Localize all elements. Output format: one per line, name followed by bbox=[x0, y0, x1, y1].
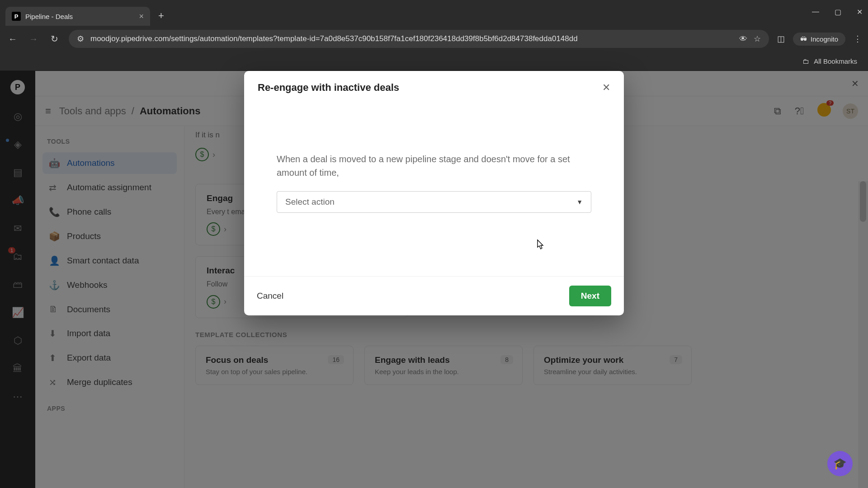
close-window-icon[interactable]: ✕ bbox=[857, 8, 863, 16]
modal-close-icon[interactable]: ✕ bbox=[602, 82, 610, 94]
browser-menu-icon[interactable]: ⋮ bbox=[854, 34, 862, 44]
minimize-icon[interactable]: — bbox=[812, 8, 819, 16]
modal-title: Re-engage with inactive deals bbox=[258, 82, 602, 94]
modal-footer: Cancel Next bbox=[244, 276, 624, 315]
tab-favicon: P bbox=[12, 12, 21, 21]
cancel-button[interactable]: Cancel bbox=[257, 291, 283, 301]
window-controls: — ▢ ✕ bbox=[812, 8, 863, 16]
folder-icon: 🗀 bbox=[802, 57, 809, 65]
graduation-cap-icon: 🎓 bbox=[833, 457, 847, 470]
incognito-label: Incognito bbox=[811, 35, 838, 43]
select-placeholder: Select action bbox=[285, 197, 335, 207]
address-bar-row: ← → ↻ ⚙ moodjoy.pipedrive.com/settings/a… bbox=[0, 26, 868, 52]
modal-body: When a deal is moved to a new pipeline s… bbox=[244, 103, 624, 276]
bookmark-star-icon[interactable]: ☆ bbox=[754, 34, 761, 44]
browser-tab-strip: P Pipeline - Deals × + — ▢ ✕ bbox=[0, 0, 868, 26]
side-panel-icon[interactable]: ◫ bbox=[777, 34, 785, 44]
browser-tab[interactable]: P Pipeline - Deals × bbox=[5, 7, 150, 26]
url-text: moodjoy.pipedrive.com/settings/automatio… bbox=[90, 34, 733, 43]
address-bar[interactable]: ⚙ moodjoy.pipedrive.com/settings/automat… bbox=[69, 30, 769, 48]
next-button[interactable]: Next bbox=[569, 286, 611, 306]
tab-close-icon[interactable]: × bbox=[139, 12, 144, 21]
all-bookmarks-link[interactable]: All Bookmarks bbox=[814, 57, 857, 65]
tab-title: Pipeline - Deals bbox=[25, 13, 134, 20]
modal-prompt-text: When a deal is moved to a new pipeline s… bbox=[277, 152, 591, 179]
eye-off-icon[interactable]: 👁 bbox=[739, 34, 747, 44]
incognito-icon: 🕶 bbox=[800, 35, 807, 43]
new-tab-button[interactable]: + bbox=[158, 10, 164, 22]
caret-down-icon: ▼ bbox=[576, 198, 583, 206]
select-action-dropdown[interactable]: Select action ▼ bbox=[277, 191, 591, 213]
maximize-icon[interactable]: ▢ bbox=[835, 8, 841, 16]
reengage-modal: Re-engage with inactive deals ✕ When a d… bbox=[244, 71, 624, 315]
site-settings-icon[interactable]: ⚙ bbox=[77, 34, 84, 44]
back-button[interactable]: ← bbox=[6, 34, 19, 44]
reload-button[interactable]: ↻ bbox=[48, 33, 61, 44]
incognito-indicator[interactable]: 🕶 Incognito bbox=[793, 33, 845, 46]
forward-button: → bbox=[27, 34, 40, 44]
help-fab[interactable]: 🎓 bbox=[827, 451, 853, 476]
modal-header: Re-engage with inactive deals ✕ bbox=[244, 71, 624, 103]
bookmarks-bar: 🗀 All Bookmarks bbox=[0, 52, 868, 71]
